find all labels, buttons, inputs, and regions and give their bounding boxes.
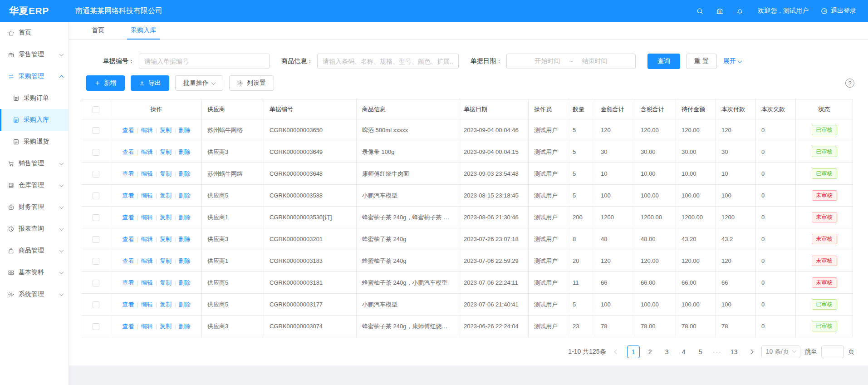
row-checkbox[interactable] — [93, 127, 99, 134]
copy-link[interactable]: 复制 — [160, 170, 172, 177]
delete-link[interactable]: 删除 — [179, 170, 191, 177]
copy-link[interactable]: 复制 — [160, 301, 172, 308]
chevron-down-icon — [59, 291, 64, 296]
bill-no-cell: CGRK00000003650 — [264, 119, 357, 141]
copy-link[interactable]: 复制 — [160, 279, 172, 286]
sidebar-item-basic[interactable]: 基本资料 — [0, 262, 69, 283]
copy-link[interactable]: 复制 — [160, 236, 172, 242]
sidebar-item-system[interactable]: 系统管理 — [0, 283, 69, 305]
logout-button[interactable]: 退出登录 — [820, 7, 856, 15]
pagination-page-3[interactable]: 3 — [661, 346, 673, 358]
view-link[interactable]: 查看 — [122, 236, 134, 242]
delete-link[interactable]: 删除 — [179, 279, 191, 286]
copy-link[interactable]: 复制 — [160, 323, 172, 330]
delete-link[interactable]: 删除 — [179, 257, 191, 264]
view-link[interactable]: 查看 — [122, 192, 134, 199]
edit-link[interactable]: 编辑 — [141, 301, 153, 308]
row-checkbox[interactable] — [93, 192, 99, 199]
edit-link[interactable]: 编辑 — [141, 192, 153, 199]
view-link[interactable]: 查看 — [122, 301, 134, 308]
edit-link[interactable]: 编辑 — [141, 323, 153, 330]
sidebar-item-retail[interactable]: 零售管理 — [0, 44, 69, 65]
row-checkbox[interactable] — [93, 236, 99, 243]
pagination-page-13[interactable]: 13 — [728, 346, 740, 358]
sidebar-item-purchase[interactable]: 采购管理 — [0, 65, 69, 87]
bill-no-input[interactable] — [139, 54, 270, 69]
help-icon[interactable]: ? — [845, 79, 854, 88]
pagination-page-2[interactable]: 2 — [644, 346, 657, 358]
delete-link[interactable]: 删除 — [179, 323, 191, 330]
copy-link[interactable]: 复制 — [160, 214, 172, 221]
notification-bell-icon[interactable] — [730, 7, 750, 15]
search-button[interactable]: 查询 — [647, 54, 680, 69]
copy-link[interactable]: 复制 — [160, 127, 172, 133]
export-button[interactable]: 导出 — [131, 75, 169, 91]
sidebar-item-sales[interactable]: 销售管理 — [0, 153, 69, 174]
page-size-select[interactable]: 10 条/页 — [761, 346, 800, 358]
page-numbers: 12345···13 — [627, 346, 740, 358]
prev-page-arrow[interactable] — [610, 346, 623, 358]
date-range-picker[interactable]: 开始时间 ~ 结束时间 — [506, 54, 636, 69]
product-input[interactable] — [317, 54, 459, 69]
view-link[interactable]: 查看 — [122, 214, 134, 221]
sidebar-item-purchase-inbound[interactable]: 采购入库 — [0, 109, 69, 131]
delete-link[interactable]: 删除 — [179, 192, 191, 199]
tax-total-cell: 100.00 — [635, 185, 676, 207]
sidebar-item-warehouse[interactable]: 仓库管理 — [0, 174, 69, 196]
delete-link[interactable]: 删除 — [179, 148, 191, 155]
row-checkbox[interactable] — [93, 149, 99, 156]
tab-purchase-inbound[interactable]: 采购入库 — [127, 22, 160, 39]
edit-link[interactable]: 编辑 — [141, 214, 153, 221]
pagination-page-4[interactable]: 4 — [677, 346, 690, 358]
sidebar-item-purchase-order[interactable]: 采购订单 — [0, 87, 69, 109]
batch-actions-button[interactable]: 批量操作 — [175, 75, 223, 91]
edit-link[interactable]: 编辑 — [141, 279, 153, 286]
column-settings-button[interactable]: 列设置 — [229, 75, 274, 91]
jump-page-input[interactable] — [821, 346, 844, 358]
sidebar-item-home[interactable]: 首页 — [0, 22, 69, 44]
operator-cell: 测试用户 — [529, 228, 567, 250]
view-link[interactable]: 查看 — [122, 279, 134, 286]
view-link[interactable]: 查看 — [122, 170, 134, 177]
delete-link[interactable]: 删除 — [179, 301, 191, 308]
sidebar-item-report[interactable]: 报表查询 — [0, 218, 69, 240]
product-cell: 蜂蜜柚子茶 240g，蜂蜜柚子茶 240... — [357, 207, 458, 228]
edit-link[interactable]: 编辑 — [141, 257, 153, 264]
copy-link[interactable]: 复制 — [160, 192, 172, 199]
delete-link[interactable]: 删除 — [179, 127, 191, 133]
edit-link[interactable]: 编辑 — [141, 236, 153, 242]
pagination-page-1[interactable]: 1 — [627, 346, 640, 358]
view-link[interactable]: 查看 — [122, 323, 134, 330]
chevron-down-icon — [59, 52, 64, 56]
edit-link[interactable]: 编辑 — [141, 170, 153, 177]
table-row: 查看编辑复制删除 供应商5 CGRK00000003181 蜂蜜柚子茶 240g… — [81, 272, 853, 294]
pagination-page-5[interactable]: 5 — [694, 346, 707, 358]
copy-link[interactable]: 复制 — [160, 148, 172, 155]
edit-link[interactable]: 编辑 — [141, 127, 153, 133]
tab-home[interactable]: 首页 — [88, 22, 108, 39]
sidebar-item-finance[interactable]: 财务管理 — [0, 196, 69, 218]
select-all-checkbox[interactable] — [93, 106, 99, 113]
row-checkbox[interactable] — [93, 301, 99, 308]
row-checkbox[interactable] — [93, 214, 99, 221]
edit-link[interactable]: 编辑 — [141, 148, 153, 155]
sidebar-item-goods[interactable]: 商品管理 — [0, 240, 69, 262]
row-checkbox[interactable] — [93, 258, 99, 265]
row-checkbox[interactable] — [93, 171, 99, 178]
copy-link[interactable]: 复制 — [160, 257, 172, 264]
view-link[interactable]: 查看 — [122, 257, 134, 264]
next-page-arrow[interactable] — [745, 346, 757, 358]
reset-button[interactable]: 重 置 — [686, 54, 717, 69]
view-link[interactable]: 查看 — [122, 148, 134, 155]
delete-link[interactable]: 删除 — [179, 236, 191, 242]
view-link[interactable]: 查看 — [122, 127, 134, 133]
delete-link[interactable]: 删除 — [179, 214, 191, 221]
platform-icon[interactable] — [710, 7, 730, 15]
row-checkbox[interactable] — [93, 280, 99, 286]
search-icon[interactable] — [690, 7, 710, 15]
row-checkbox[interactable] — [93, 323, 99, 330]
expand-link[interactable]: 展开 — [723, 57, 741, 65]
sidebar-item-purchase-return[interactable]: 采购退货 — [0, 131, 69, 153]
amount-cell: 100 — [595, 294, 635, 316]
add-button[interactable]: 新增 — [86, 75, 125, 91]
